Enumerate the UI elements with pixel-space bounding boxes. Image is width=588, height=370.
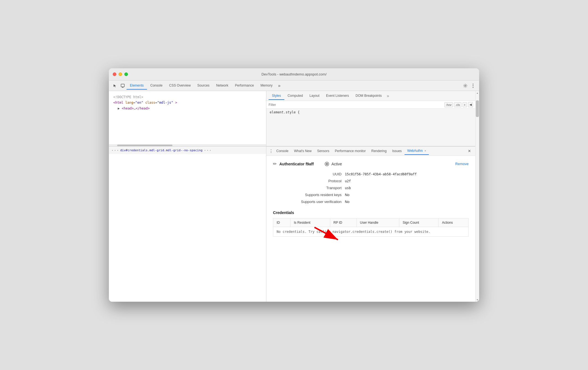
drawer-close-button[interactable]: × bbox=[466, 147, 473, 155]
maximize-button[interactable] bbox=[124, 72, 128, 76]
protocol-value: u2f bbox=[345, 179, 351, 183]
credentials-table: ID Is Resident RP ID User Handle Sign Co… bbox=[273, 218, 469, 237]
transport-value: usb bbox=[345, 186, 351, 190]
tab-layout[interactable]: Layout bbox=[306, 92, 323, 100]
styles-filter-bar: :hov .cls + ◀ bbox=[266, 101, 475, 109]
inspect-icon[interactable] bbox=[119, 82, 127, 90]
col-is-resident: Is Resident bbox=[290, 218, 330, 227]
devtools-main: Elements Console CSS Overview Sources Ne… bbox=[109, 80, 479, 302]
add-style-button[interactable]: + bbox=[463, 102, 467, 107]
tab-console[interactable]: Console bbox=[147, 82, 166, 90]
top-left-panels: <!DOCTYPE html> <html lang="en" class="m… bbox=[109, 91, 266, 146]
doctype-text: <!DOCTYPE html> bbox=[113, 95, 143, 99]
webauthn-panel: ✏ Authenticator f9aff Active Remove UU bbox=[266, 156, 475, 302]
styles-filter-input[interactable] bbox=[269, 103, 442, 107]
no-credentials-row: No credentials. Try calling navigator.cr… bbox=[273, 227, 469, 237]
credentials-table-container: ID Is Resident RP ID User Handle Sign Co… bbox=[273, 218, 469, 237]
window-title: DevTools - webauthndemo.appspot.com/ bbox=[261, 72, 327, 76]
credentials-title: Credentials bbox=[273, 210, 469, 215]
scroll-track[interactable] bbox=[476, 95, 479, 298]
svg-point-3 bbox=[465, 85, 466, 86]
active-radio-button[interactable] bbox=[325, 162, 329, 166]
cursor-icon[interactable] bbox=[111, 82, 119, 90]
edit-authenticator-icon[interactable]: ✏ bbox=[273, 161, 277, 166]
active-radio-group[interactable]: Active bbox=[325, 162, 342, 166]
user-verification-label: Supports user verification bbox=[284, 200, 345, 204]
tab-css-overview[interactable]: CSS Overview bbox=[166, 82, 194, 90]
hov-filter-button[interactable]: :hov bbox=[444, 102, 453, 107]
authenticator-header: ✏ Authenticator f9aff Active Remove bbox=[273, 161, 469, 166]
drawer-more-icon[interactable]: ⋮ bbox=[269, 148, 274, 153]
tab-event-listeners[interactable]: Event Listeners bbox=[323, 92, 352, 100]
resident-keys-label: Supports resident keys bbox=[284, 193, 345, 197]
dom-tree: <!DOCTYPE html> <html lang="en" class="m… bbox=[109, 91, 266, 144]
close-button[interactable] bbox=[113, 72, 116, 76]
tab-memory[interactable]: Memory bbox=[257, 82, 276, 90]
tab-performance[interactable]: Performance bbox=[232, 82, 257, 90]
svg-point-5 bbox=[473, 85, 474, 86]
drawer-tab-issues[interactable]: Issues bbox=[389, 147, 405, 155]
code-line-2[interactable]: <html lang="en" class="mdl-js" > bbox=[113, 100, 262, 105]
tab-dom-breakpoints[interactable]: DOM Breakpoints bbox=[352, 92, 385, 100]
scroll-up-arrow[interactable]: ▲ bbox=[476, 91, 479, 95]
user-verification-value: No bbox=[345, 200, 350, 204]
no-creds-code: navigator.credentials.create() bbox=[332, 230, 392, 234]
webauthn-tab-close[interactable]: × bbox=[424, 149, 426, 152]
svg-point-4 bbox=[473, 84, 474, 84]
element-style-display: element.style { bbox=[266, 109, 475, 116]
drawer-tab-performance-monitor[interactable]: Performance monitor bbox=[332, 147, 369, 155]
drawer-tab-bar: ⋮ Console What's New Sensors Performance… bbox=[266, 146, 475, 156]
svg-point-6 bbox=[473, 87, 474, 88]
scroll-thumb[interactable] bbox=[117, 145, 172, 146]
scroll-down-arrow[interactable]: ▼ bbox=[476, 298, 479, 302]
col-rp-id: RP ID bbox=[330, 218, 356, 227]
no-credentials-message: No credentials. Try calling navigator.cr… bbox=[273, 227, 469, 237]
table-body: No credentials. Try calling navigator.cr… bbox=[273, 227, 469, 237]
col-user-handle: User Handle bbox=[356, 218, 399, 227]
breadcrumb-overflow-icon[interactable]: ··· bbox=[204, 148, 212, 153]
devtools-tab-bar: Elements Console CSS Overview Sources Ne… bbox=[109, 80, 479, 91]
devtools-window: DevTools - webauthndemo.appspot.com/ Ele… bbox=[109, 68, 479, 302]
uuid-value: 15c01f56-785f-43b4-ab58-4facd60f9aff bbox=[345, 172, 417, 176]
detail-resident-keys: Supports resident keys No bbox=[284, 193, 469, 197]
drawer-tab-rendering[interactable]: Rendering bbox=[369, 147, 389, 155]
settings-icon[interactable] bbox=[461, 82, 469, 90]
cls-filter-button[interactable]: .cls bbox=[454, 102, 461, 107]
table-header: ID Is Resident RP ID User Handle Sign Co… bbox=[273, 218, 469, 227]
top-right-panels: Styles Computed Layout Event Listeners D bbox=[266, 91, 475, 146]
devtools-menu-icon[interactable] bbox=[469, 82, 477, 90]
window-controls bbox=[113, 72, 128, 76]
styles-more-tabs[interactable]: » bbox=[385, 92, 391, 100]
bottom-drawer: ⋮ Console What's New Sensors Performance… bbox=[266, 146, 475, 302]
titlebar: DevTools - webauthndemo.appspot.com/ bbox=[109, 68, 479, 80]
right-section: Styles Computed Layout Event Listeners D bbox=[266, 91, 475, 302]
right-scrollbar[interactable]: ▲ ▼ bbox=[475, 91, 479, 302]
drawer-tab-console[interactable]: Console bbox=[274, 147, 291, 155]
col-actions: Actions bbox=[439, 218, 469, 227]
left-section: <!DOCTYPE html> <html lang="en" class="m… bbox=[109, 91, 266, 302]
tab-computed[interactable]: Computed bbox=[284, 92, 306, 100]
code-line-3[interactable]: ▶ <head>…</head> bbox=[113, 106, 262, 111]
drawer-tab-webauthn[interactable]: WebAuthn × bbox=[405, 147, 429, 155]
authenticator-details: UUID 15c01f56-785f-43b4-ab58-4facd60f9af… bbox=[284, 172, 469, 204]
remove-authenticator-link[interactable]: Remove bbox=[455, 162, 469, 166]
uuid-label: UUID bbox=[284, 172, 345, 176]
tab-network[interactable]: Network bbox=[213, 82, 232, 90]
drawer-tab-whats-new[interactable]: What's New bbox=[291, 147, 314, 155]
toggle-sidebar-button[interactable]: ◀ bbox=[468, 102, 473, 107]
tab-sources[interactable]: Sources bbox=[194, 82, 213, 90]
drawer-tab-sensors[interactable]: Sensors bbox=[314, 147, 332, 155]
detail-uuid: UUID 15c01f56-785f-43b4-ab58-4facd60f9af… bbox=[284, 172, 469, 176]
svg-rect-0 bbox=[121, 84, 124, 87]
tab-elements[interactable]: Elements bbox=[127, 82, 147, 90]
more-tabs-button[interactable]: » bbox=[276, 82, 283, 89]
breadcrumb-path[interactable]: div#credentials.mdl-grid.mdl-grid--no-sp… bbox=[120, 148, 203, 152]
breadcrumb-more-icon[interactable]: ··· bbox=[111, 148, 119, 153]
minimize-button[interactable] bbox=[119, 72, 122, 76]
col-id: ID bbox=[273, 218, 290, 227]
scroll-handle[interactable] bbox=[476, 100, 479, 117]
authenticator-name: Authenticator f9aff bbox=[279, 162, 314, 166]
tab-styles[interactable]: Styles bbox=[269, 92, 284, 100]
horizontal-scrollbar[interactable] bbox=[109, 144, 266, 146]
active-label: Active bbox=[331, 162, 342, 166]
